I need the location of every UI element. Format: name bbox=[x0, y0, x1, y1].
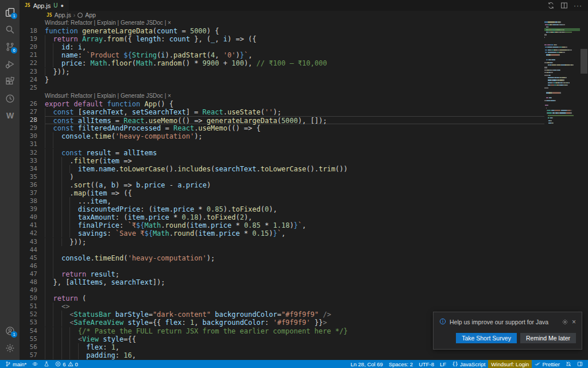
code-line-34[interactable]: 34 item.name.toLowerCase().includes(sear… bbox=[20, 165, 544, 173]
indentation-item[interactable]: Spaces: 2 bbox=[386, 360, 416, 368]
beaker-item[interactable] bbox=[41, 360, 52, 368]
code-editor[interactable]: Windsurf: Refactor | Explain | Generate … bbox=[20, 19, 588, 360]
code-line-48[interactable]: 48 }, [allItems, searchText]); bbox=[20, 278, 544, 286]
toggle-changes-icon[interactable] bbox=[547, 2, 555, 9]
split-editor-icon[interactable] bbox=[560, 2, 568, 9]
editor-actions: ··· bbox=[547, 0, 588, 11]
code-area[interactable]: Windsurf: Refactor | Explain | Generate … bbox=[20, 19, 544, 359]
code-line-26[interactable]: 26export default function App() { bbox=[20, 100, 544, 108]
extensions-icon[interactable] bbox=[0, 72, 20, 90]
codelens-generate-jsdoc[interactable]: Generate JSDoc bbox=[121, 20, 163, 26]
git-branch-item[interactable]: main* bbox=[2, 360, 29, 368]
problems-item[interactable]: 6 0 bbox=[52, 360, 81, 368]
code-line-36[interactable]: 36 .sort((a, b) => b.price - a.price) bbox=[20, 181, 544, 189]
notification-gear-icon[interactable] bbox=[562, 319, 568, 325]
code-line-41[interactable]: 41 finalPrice: `₹${Math.round(item.price… bbox=[20, 221, 544, 229]
code-line-30[interactable]: 30 console.time('heavy-computation'); bbox=[20, 132, 544, 140]
eye-item[interactable] bbox=[29, 360, 41, 368]
code-line-28[interactable]: 28 const allItems = React.useMemo(() => … bbox=[20, 116, 544, 124]
line-number: 56 bbox=[20, 343, 37, 351]
windsurf-login-item[interactable]: Windsurf: Login bbox=[488, 360, 532, 368]
code-line-57[interactable]: 57 padding: 16, bbox=[20, 351, 544, 359]
code-line-50[interactable]: 50 return ( bbox=[20, 294, 544, 302]
layout-item[interactable] bbox=[574, 360, 586, 368]
notification-message: Help us improve our support for Java bbox=[450, 319, 558, 325]
code-line-38[interactable]: 38 ...item, bbox=[20, 197, 544, 205]
code-line-33[interactable]: 33 .filter(item => bbox=[20, 157, 544, 165]
code-line-18[interactable]: 18function generateLargeData(count = 500… bbox=[20, 27, 544, 35]
code-line-27[interactable]: 27 const [searchText, setSearchText] = R… bbox=[20, 108, 544, 116]
line-col-item[interactable]: Ln 28, Col 69 bbox=[347, 360, 386, 368]
code-line-25[interactable]: 25 bbox=[20, 84, 544, 92]
code-line-45[interactable]: 45 console.timeEnd('heavy-computation'); bbox=[20, 254, 544, 262]
codelens-refactor[interactable]: Windsurf: Refactor bbox=[45, 93, 92, 99]
code-line-46[interactable]: 46 bbox=[20, 262, 544, 270]
source-control-icon[interactable]: 6 bbox=[0, 38, 20, 55]
take-survey-button[interactable]: Take Short Survey bbox=[456, 333, 517, 343]
notification-toast: Help us improve our support for Java × T… bbox=[433, 312, 582, 350]
prettier-item[interactable]: Prettier bbox=[532, 360, 563, 368]
line-number: 23 bbox=[20, 68, 37, 76]
line-number: 21 bbox=[20, 51, 37, 59]
encoding-item[interactable]: UTF-8 bbox=[416, 360, 437, 368]
code-line-29[interactable]: 29 const filteredAndProcessed = React.us… bbox=[20, 124, 544, 132]
notification-close-icon[interactable]: × bbox=[572, 319, 576, 325]
scrollbar-thumb[interactable] bbox=[581, 49, 587, 74]
code-line-43[interactable]: 43 })); bbox=[20, 238, 544, 246]
tab-appjs[interactable]: JS App.js U ● bbox=[20, 0, 69, 11]
windsurf-icon[interactable]: W bbox=[0, 107, 20, 124]
codelens-dismiss[interactable]: × bbox=[168, 20, 171, 26]
line-number: 26 bbox=[20, 100, 37, 108]
settings-gear-icon[interactable] bbox=[0, 339, 20, 356]
search-icon[interactable] bbox=[0, 21, 20, 38]
eol-item[interactable]: LF bbox=[437, 360, 449, 368]
code-line-22[interactable]: 22 price: Math.floor(Math.random() * 990… bbox=[20, 59, 544, 67]
code-line-40[interactable]: 40 taxAmount: (item.price * 0.18).toFixe… bbox=[20, 213, 544, 221]
codelens-explain[interactable]: Explain bbox=[97, 93, 116, 99]
code-line-49[interactable]: 49 bbox=[20, 286, 544, 294]
code-line-51[interactable]: 51 <> bbox=[20, 302, 544, 310]
timeline-icon[interactable] bbox=[0, 90, 20, 107]
line-number: 30 bbox=[20, 132, 37, 140]
breadcrumb-file-icon: JS bbox=[47, 13, 52, 18]
warning-icon bbox=[68, 361, 74, 367]
more-actions-icon[interactable]: ··· bbox=[574, 2, 582, 10]
line-number: 53 bbox=[20, 319, 37, 327]
breadcrumb-file[interactable]: App.js bbox=[55, 12, 71, 18]
breadcrumb-symbol[interactable]: App bbox=[85, 12, 96, 18]
code-line-44[interactable]: 44 bbox=[20, 246, 544, 254]
line-number: 29 bbox=[20, 124, 37, 132]
code-line-39[interactable]: 39 discountedPrice: (item.price * 0.85).… bbox=[20, 205, 544, 213]
line-number: 24 bbox=[20, 76, 37, 84]
line-number: 36 bbox=[20, 181, 37, 189]
code-line-31[interactable]: 31 bbox=[20, 140, 544, 148]
code-line-24[interactable]: 24} bbox=[20, 76, 544, 84]
vscode-window: 1 6 bbox=[0, 0, 588, 368]
dirty-indicator[interactable]: ● bbox=[60, 3, 63, 9]
language-item[interactable]: {} JavaScript bbox=[449, 360, 488, 368]
minimap[interactable] bbox=[544, 19, 580, 360]
account-icon[interactable]: 1 bbox=[0, 322, 20, 339]
codelens-explain[interactable]: Explain bbox=[97, 20, 116, 26]
line-number: 47 bbox=[20, 270, 37, 278]
notifications-bell-item[interactable] bbox=[563, 360, 574, 368]
codelens-generate-jsdoc[interactable]: Generate JSDoc bbox=[121, 93, 163, 99]
vertical-scrollbar[interactable] bbox=[580, 19, 588, 360]
code-line-23[interactable]: 23 })); bbox=[20, 68, 544, 76]
code-line-19[interactable]: 19 return Array.from({ length: count }, … bbox=[20, 35, 544, 43]
code-line-21[interactable]: 21 name: `Product ${String(i).padStart(4… bbox=[20, 51, 544, 59]
remind-later-button[interactable]: Remind Me later bbox=[520, 333, 576, 343]
explorer-icon[interactable]: 1 bbox=[0, 3, 20, 21]
code-line-20[interactable]: 20 id: i, bbox=[20, 43, 544, 51]
git-status-letter: U bbox=[53, 2, 57, 9]
code-line-42[interactable]: 42 savings: `Save ₹${Math.round(item.pri… bbox=[20, 229, 544, 237]
run-debug-icon[interactable] bbox=[0, 55, 20, 72]
line-number: 45 bbox=[20, 254, 37, 262]
codelens-dismiss[interactable]: × bbox=[168, 93, 171, 99]
code-line-35[interactable]: 35 ) bbox=[20, 173, 544, 181]
codelens-refactor[interactable]: Windsurf: Refactor bbox=[45, 20, 92, 26]
code-line-47[interactable]: 47 return result; bbox=[20, 270, 544, 278]
code-line-32[interactable]: 32 const result = allItems bbox=[20, 149, 544, 157]
double-check-icon bbox=[535, 361, 540, 367]
code-line-37[interactable]: 37 .map(item => ({ bbox=[20, 189, 544, 197]
